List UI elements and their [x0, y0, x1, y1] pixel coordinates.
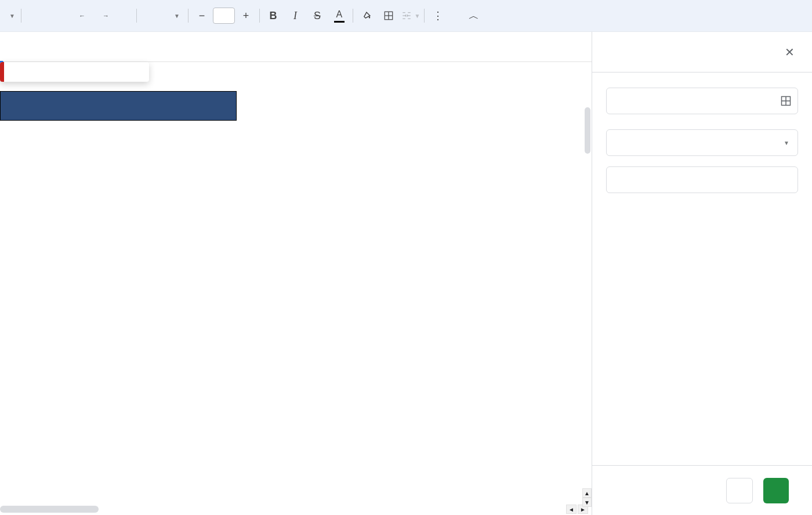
apply-to-range-input[interactable]	[606, 88, 798, 114]
vertical-scrollbar[interactable]	[585, 107, 590, 154]
strikethrough-button[interactable]: S	[306, 5, 328, 26]
merge-cells-button[interactable]: ▼	[400, 5, 422, 26]
decrease-font-size-button[interactable]: −	[191, 5, 213, 26]
more-vertical-icon: ⋮	[433, 9, 443, 22]
remove-rule-button[interactable]	[726, 478, 753, 503]
dropdown-icon: ▼	[174, 13, 180, 19]
paint-bucket-icon	[361, 10, 372, 21]
select-range-button[interactable]	[780, 95, 792, 107]
criteria-parameter-input[interactable]	[606, 166, 798, 193]
chevron-up-icon: ︿	[469, 9, 479, 23]
increase-decimals-button[interactable]: →	[90, 5, 112, 26]
vertical-scroll-arrows: ▲ ▼	[582, 488, 592, 507]
font-size-input[interactable]	[213, 5, 235, 26]
grid-icon	[383, 10, 394, 21]
close-icon: ✕	[785, 46, 795, 59]
validation-error-callout	[0, 62, 149, 82]
decrease-decimals-button[interactable]: ←	[68, 5, 90, 26]
zoom-select[interactable]: ▼	[3, 5, 19, 26]
separator	[188, 9, 188, 23]
italic-button[interactable]: I	[284, 5, 306, 26]
separator	[353, 9, 353, 23]
collapse-toolbar-button[interactable]: ︿	[463, 5, 485, 26]
increase-font-size-button[interactable]: +	[235, 5, 257, 26]
separator	[424, 9, 425, 23]
order-form-table	[0, 91, 237, 121]
sheet-scroll-left-button[interactable]: ◄	[566, 505, 577, 514]
form-header	[1, 92, 237, 121]
more-toolbar-button[interactable]: ⋮	[427, 5, 449, 26]
close-sidebar-button[interactable]: ✕	[781, 42, 798, 63]
fill-color-button[interactable]	[356, 5, 378, 26]
advanced-options-toggle[interactable]	[606, 193, 798, 214]
scroll-down-button[interactable]: ▼	[582, 498, 592, 507]
more-number-formats-button[interactable]	[112, 5, 134, 26]
separator	[21, 9, 21, 23]
borders-button[interactable]	[378, 5, 400, 26]
toolbar: ▼ ← → ▼ − + B I S	[0, 0, 812, 32]
dropdown-icon: ▼	[9, 13, 15, 19]
font-family-select[interactable]: ▼	[139, 5, 186, 26]
scroll-up-button[interactable]: ▲	[582, 488, 592, 498]
text-color-button[interactable]: A	[328, 5, 350, 26]
column-headers	[0, 46, 592, 62]
criteria-select[interactable]: ▼	[606, 129, 798, 156]
horizontal-scrollbar[interactable]	[0, 506, 99, 513]
dropdown-icon: ▼	[414, 13, 420, 19]
separator	[136, 9, 137, 23]
format-currency-button[interactable]	[24, 5, 46, 26]
dropdown-icon: ▼	[784, 140, 789, 146]
callout-accent-bar	[0, 62, 4, 82]
grid-select-icon	[780, 95, 792, 107]
bold-button[interactable]: B	[262, 5, 284, 26]
grid[interactable]	[0, 62, 592, 410]
separator	[259, 9, 260, 23]
data-validation-sidebar: ✕ ▼	[592, 32, 812, 515]
done-button[interactable]	[763, 478, 789, 503]
sheet-area[interactable]: ◄ ► ▲ ▼	[0, 32, 592, 515]
format-percent-button[interactable]	[46, 5, 68, 26]
merge-icon	[401, 10, 412, 21]
